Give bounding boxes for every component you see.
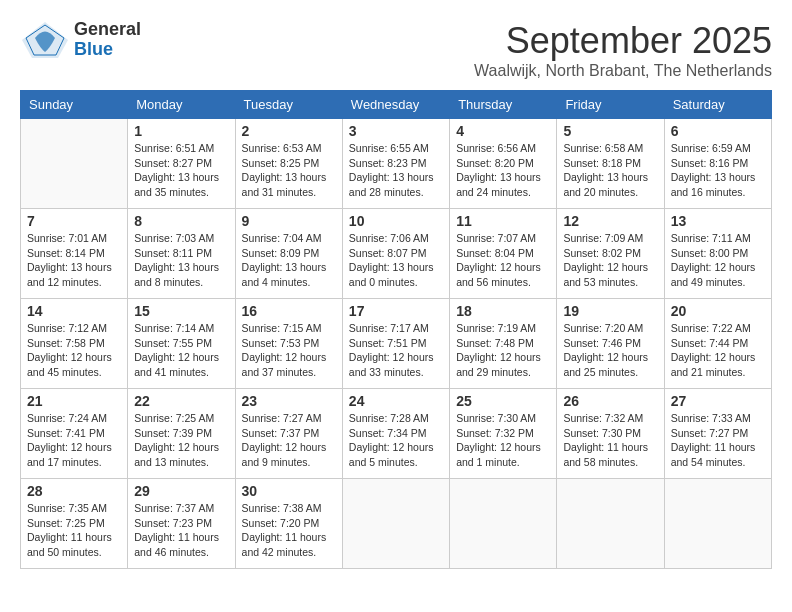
day-number: 27 bbox=[671, 393, 765, 409]
day-info: Sunrise: 7:30 AM Sunset: 7:32 PM Dayligh… bbox=[456, 411, 550, 470]
day-number: 17 bbox=[349, 303, 443, 319]
day-info: Sunrise: 7:11 AM Sunset: 8:00 PM Dayligh… bbox=[671, 231, 765, 290]
week-row-3: 14Sunrise: 7:12 AM Sunset: 7:58 PM Dayli… bbox=[21, 299, 772, 389]
day-info: Sunrise: 7:01 AM Sunset: 8:14 PM Dayligh… bbox=[27, 231, 121, 290]
day-info: Sunrise: 7:28 AM Sunset: 7:34 PM Dayligh… bbox=[349, 411, 443, 470]
weekday-header-monday: Monday bbox=[128, 91, 235, 119]
day-number: 21 bbox=[27, 393, 121, 409]
day-number: 28 bbox=[27, 483, 121, 499]
day-number: 18 bbox=[456, 303, 550, 319]
day-number: 29 bbox=[134, 483, 228, 499]
weekday-header-friday: Friday bbox=[557, 91, 664, 119]
calendar-cell bbox=[664, 479, 771, 569]
weekday-header-row: SundayMondayTuesdayWednesdayThursdayFrid… bbox=[21, 91, 772, 119]
day-number: 12 bbox=[563, 213, 657, 229]
day-info: Sunrise: 7:27 AM Sunset: 7:37 PM Dayligh… bbox=[242, 411, 336, 470]
calendar-cell: 8Sunrise: 7:03 AM Sunset: 8:11 PM Daylig… bbox=[128, 209, 235, 299]
week-row-4: 21Sunrise: 7:24 AM Sunset: 7:41 PM Dayli… bbox=[21, 389, 772, 479]
day-info: Sunrise: 7:24 AM Sunset: 7:41 PM Dayligh… bbox=[27, 411, 121, 470]
weekday-header-sunday: Sunday bbox=[21, 91, 128, 119]
calendar-cell: 26Sunrise: 7:32 AM Sunset: 7:30 PM Dayli… bbox=[557, 389, 664, 479]
day-number: 2 bbox=[242, 123, 336, 139]
day-number: 22 bbox=[134, 393, 228, 409]
day-info: Sunrise: 7:38 AM Sunset: 7:20 PM Dayligh… bbox=[242, 501, 336, 560]
day-info: Sunrise: 7:15 AM Sunset: 7:53 PM Dayligh… bbox=[242, 321, 336, 380]
calendar-cell: 10Sunrise: 7:06 AM Sunset: 8:07 PM Dayli… bbox=[342, 209, 449, 299]
calendar-cell: 24Sunrise: 7:28 AM Sunset: 7:34 PM Dayli… bbox=[342, 389, 449, 479]
calendar-cell bbox=[557, 479, 664, 569]
day-info: Sunrise: 7:06 AM Sunset: 8:07 PM Dayligh… bbox=[349, 231, 443, 290]
page-header: General Blue September 2025 Waalwijk, No… bbox=[20, 20, 772, 80]
calendar-cell: 23Sunrise: 7:27 AM Sunset: 7:37 PM Dayli… bbox=[235, 389, 342, 479]
day-info: Sunrise: 7:25 AM Sunset: 7:39 PM Dayligh… bbox=[134, 411, 228, 470]
calendar-cell: 18Sunrise: 7:19 AM Sunset: 7:48 PM Dayli… bbox=[450, 299, 557, 389]
day-number: 23 bbox=[242, 393, 336, 409]
calendar-cell: 30Sunrise: 7:38 AM Sunset: 7:20 PM Dayli… bbox=[235, 479, 342, 569]
weekday-header-thursday: Thursday bbox=[450, 91, 557, 119]
calendar-cell: 21Sunrise: 7:24 AM Sunset: 7:41 PM Dayli… bbox=[21, 389, 128, 479]
day-info: Sunrise: 7:19 AM Sunset: 7:48 PM Dayligh… bbox=[456, 321, 550, 380]
calendar-cell: 28Sunrise: 7:35 AM Sunset: 7:25 PM Dayli… bbox=[21, 479, 128, 569]
calendar-cell: 5Sunrise: 6:58 AM Sunset: 8:18 PM Daylig… bbox=[557, 119, 664, 209]
calendar-cell: 4Sunrise: 6:56 AM Sunset: 8:20 PM Daylig… bbox=[450, 119, 557, 209]
day-info: Sunrise: 6:51 AM Sunset: 8:27 PM Dayligh… bbox=[134, 141, 228, 200]
calendar-cell: 22Sunrise: 7:25 AM Sunset: 7:39 PM Dayli… bbox=[128, 389, 235, 479]
day-number: 14 bbox=[27, 303, 121, 319]
day-info: Sunrise: 7:17 AM Sunset: 7:51 PM Dayligh… bbox=[349, 321, 443, 380]
day-info: Sunrise: 7:12 AM Sunset: 7:58 PM Dayligh… bbox=[27, 321, 121, 380]
day-info: Sunrise: 6:53 AM Sunset: 8:25 PM Dayligh… bbox=[242, 141, 336, 200]
day-info: Sunrise: 7:35 AM Sunset: 7:25 PM Dayligh… bbox=[27, 501, 121, 560]
day-number: 20 bbox=[671, 303, 765, 319]
day-number: 5 bbox=[563, 123, 657, 139]
day-number: 26 bbox=[563, 393, 657, 409]
calendar-cell bbox=[342, 479, 449, 569]
day-number: 1 bbox=[134, 123, 228, 139]
calendar-cell: 16Sunrise: 7:15 AM Sunset: 7:53 PM Dayli… bbox=[235, 299, 342, 389]
week-row-5: 28Sunrise: 7:35 AM Sunset: 7:25 PM Dayli… bbox=[21, 479, 772, 569]
logo-general-text: General bbox=[74, 20, 141, 40]
day-info: Sunrise: 7:09 AM Sunset: 8:02 PM Dayligh… bbox=[563, 231, 657, 290]
calendar-cell: 2Sunrise: 6:53 AM Sunset: 8:25 PM Daylig… bbox=[235, 119, 342, 209]
day-number: 24 bbox=[349, 393, 443, 409]
day-number: 6 bbox=[671, 123, 765, 139]
day-number: 25 bbox=[456, 393, 550, 409]
day-number: 19 bbox=[563, 303, 657, 319]
calendar-cell: 20Sunrise: 7:22 AM Sunset: 7:44 PM Dayli… bbox=[664, 299, 771, 389]
calendar-cell bbox=[450, 479, 557, 569]
day-number: 30 bbox=[242, 483, 336, 499]
logo: General Blue bbox=[20, 20, 141, 60]
day-info: Sunrise: 6:59 AM Sunset: 8:16 PM Dayligh… bbox=[671, 141, 765, 200]
day-info: Sunrise: 6:56 AM Sunset: 8:20 PM Dayligh… bbox=[456, 141, 550, 200]
day-number: 13 bbox=[671, 213, 765, 229]
day-info: Sunrise: 7:33 AM Sunset: 7:27 PM Dayligh… bbox=[671, 411, 765, 470]
calendar-cell: 7Sunrise: 7:01 AM Sunset: 8:14 PM Daylig… bbox=[21, 209, 128, 299]
calendar-cell: 3Sunrise: 6:55 AM Sunset: 8:23 PM Daylig… bbox=[342, 119, 449, 209]
calendar-table: SundayMondayTuesdayWednesdayThursdayFrid… bbox=[20, 90, 772, 569]
calendar-cell: 17Sunrise: 7:17 AM Sunset: 7:51 PM Dayli… bbox=[342, 299, 449, 389]
day-number: 10 bbox=[349, 213, 443, 229]
calendar-cell: 6Sunrise: 6:59 AM Sunset: 8:16 PM Daylig… bbox=[664, 119, 771, 209]
calendar-cell: 9Sunrise: 7:04 AM Sunset: 8:09 PM Daylig… bbox=[235, 209, 342, 299]
weekday-header-saturday: Saturday bbox=[664, 91, 771, 119]
calendar-cell: 29Sunrise: 7:37 AM Sunset: 7:23 PM Dayli… bbox=[128, 479, 235, 569]
day-number: 7 bbox=[27, 213, 121, 229]
day-info: Sunrise: 7:03 AM Sunset: 8:11 PM Dayligh… bbox=[134, 231, 228, 290]
week-row-2: 7Sunrise: 7:01 AM Sunset: 8:14 PM Daylig… bbox=[21, 209, 772, 299]
day-info: Sunrise: 7:32 AM Sunset: 7:30 PM Dayligh… bbox=[563, 411, 657, 470]
title-block: September 2025 Waalwijk, North Brabant, … bbox=[474, 20, 772, 80]
calendar-cell: 1Sunrise: 6:51 AM Sunset: 8:27 PM Daylig… bbox=[128, 119, 235, 209]
calendar-cell: 19Sunrise: 7:20 AM Sunset: 7:46 PM Dayli… bbox=[557, 299, 664, 389]
logo-text: General Blue bbox=[74, 20, 141, 60]
month-title: September 2025 bbox=[474, 20, 772, 62]
location-text: Waalwijk, North Brabant, The Netherlands bbox=[474, 62, 772, 80]
day-number: 16 bbox=[242, 303, 336, 319]
day-info: Sunrise: 7:20 AM Sunset: 7:46 PM Dayligh… bbox=[563, 321, 657, 380]
weekday-header-tuesday: Tuesday bbox=[235, 91, 342, 119]
day-number: 11 bbox=[456, 213, 550, 229]
day-number: 4 bbox=[456, 123, 550, 139]
day-number: 15 bbox=[134, 303, 228, 319]
calendar-cell bbox=[21, 119, 128, 209]
logo-icon bbox=[20, 20, 70, 60]
weekday-header-wednesday: Wednesday bbox=[342, 91, 449, 119]
calendar-cell: 15Sunrise: 7:14 AM Sunset: 7:55 PM Dayli… bbox=[128, 299, 235, 389]
